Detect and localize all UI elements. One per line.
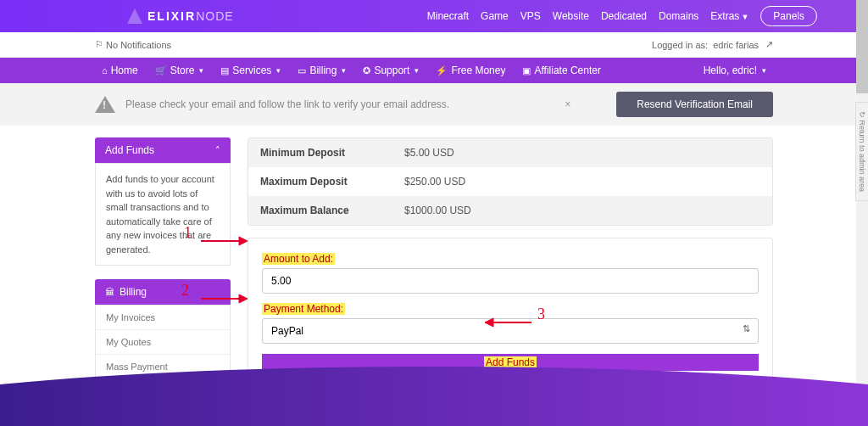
menu-bar: ⌂Home 🛒Store▾ ▤Services▾ ▭Billing▾ ✪Supp… bbox=[0, 58, 868, 83]
amount-input[interactable] bbox=[262, 268, 759, 294]
chevron-down-icon: ▾ bbox=[762, 66, 766, 75]
payment-method-label: Payment Method: bbox=[262, 303, 345, 315]
menu-home[interactable]: ⌂Home bbox=[95, 64, 145, 76]
billing-panel-header[interactable]: 🏛 Billing bbox=[95, 279, 231, 305]
flag-icon: ⚐ bbox=[95, 39, 103, 50]
flame-icon bbox=[127, 8, 142, 24]
money-icon: ⚡ bbox=[436, 65, 448, 76]
home-icon: ⌂ bbox=[102, 65, 108, 76]
cart-icon: 🛒 bbox=[155, 65, 167, 76]
logged-in-as-label: Logged in as: bbox=[652, 40, 708, 50]
topnav-website[interactable]: Website bbox=[553, 10, 589, 22]
topnav-vps[interactable]: VPS bbox=[520, 10, 541, 22]
return-to-admin-tab[interactable]: ↻ Return to admin area bbox=[855, 102, 868, 201]
affiliate-icon: ▣ bbox=[522, 65, 531, 76]
topnav-game[interactable]: Game bbox=[481, 10, 509, 22]
menu-billing[interactable]: ▭Billing▾ bbox=[291, 64, 353, 76]
addfunds-panel-body: Add funds to your account with us to avo… bbox=[95, 163, 231, 266]
min-deposit-value: $5.00 USD bbox=[392, 138, 772, 167]
alert-text: Please check your email and follow the l… bbox=[125, 98, 554, 110]
table-row: Minimum Deposit $5.00 USD bbox=[248, 138, 772, 167]
addfunds-panel-header[interactable]: Add Funds ˄ bbox=[95, 137, 231, 163]
chevron-down-icon: ▾ bbox=[276, 66, 281, 75]
brand[interactable]: ELIXIRNODE bbox=[127, 8, 234, 24]
addfunds-panel-title: Add Funds bbox=[105, 144, 154, 156]
svg-marker-3 bbox=[239, 294, 248, 303]
billing-panel-title: Billing bbox=[120, 286, 147, 298]
sidebar-item-my-invoices[interactable]: My Invoices bbox=[96, 305, 230, 330]
chevron-down-icon: ▾ bbox=[342, 66, 346, 75]
chevron-up-icon: ˄ bbox=[215, 145, 220, 156]
menu-hello-user[interactable]: Hello, edric!▾ bbox=[697, 64, 773, 76]
panels-button[interactable]: Panels bbox=[760, 6, 817, 26]
list-icon: ▤ bbox=[220, 65, 229, 76]
email-verify-alert: Please check your email and follow the l… bbox=[0, 83, 868, 126]
topnav-minecraft[interactable]: Minecraft bbox=[427, 10, 469, 22]
min-deposit-label: Minimum Deposit bbox=[248, 138, 392, 167]
amount-label: Amount to Add: bbox=[262, 253, 335, 265]
chevron-down-icon: ▾ bbox=[415, 66, 419, 75]
menu-support[interactable]: ✪Support▾ bbox=[356, 64, 426, 76]
notification-bar: ⚐ No Notifications Logged in as: edric f… bbox=[0, 32, 868, 58]
menu-store[interactable]: 🛒Store▾ bbox=[148, 64, 211, 76]
warning-icon bbox=[95, 96, 115, 113]
chevron-down-icon: ▼ bbox=[741, 13, 748, 21]
max-deposit-label: Maximum Deposit bbox=[248, 167, 392, 196]
table-row: Maximum Deposit $250.00 USD bbox=[248, 167, 772, 196]
topnav-extras[interactable]: Extras▼ bbox=[710, 10, 748, 22]
alert-close-button[interactable]: × bbox=[565, 98, 570, 110]
menu-freemoney[interactable]: ⚡Free Money bbox=[429, 64, 512, 76]
table-row: Maximum Balance $1000.00 USD bbox=[248, 196, 772, 225]
no-notifications: No Notifications bbox=[106, 40, 171, 50]
menu-affiliate[interactable]: ▣Affiliate Center bbox=[515, 64, 608, 76]
top-nav: Minecraft Game VPS Website Dedicated Dom… bbox=[427, 6, 817, 26]
brand-text-1: ELIXIR bbox=[147, 9, 196, 23]
svg-marker-1 bbox=[239, 237, 248, 245]
support-icon: ✪ bbox=[363, 65, 370, 76]
sidebar-item-my-quotes[interactable]: My Quotes bbox=[96, 330, 230, 355]
topnav-dedicated[interactable]: Dedicated bbox=[601, 10, 647, 22]
max-balance-label: Maximum Balance bbox=[248, 196, 392, 225]
card-icon: ▭ bbox=[298, 65, 306, 76]
chevron-down-icon: ▾ bbox=[199, 66, 203, 75]
max-balance-value: $1000.00 USD bbox=[392, 196, 772, 225]
payment-method-select[interactable] bbox=[262, 318, 759, 344]
resend-verification-button[interactable]: Resend Verification Email bbox=[616, 92, 773, 117]
footer-wave bbox=[0, 367, 868, 426]
logged-in-user[interactable]: edric farias bbox=[713, 40, 759, 50]
topnav-domains[interactable]: Domains bbox=[659, 10, 698, 22]
brand-text-2: NODE bbox=[196, 9, 233, 23]
max-deposit-value: $250.00 USD bbox=[392, 167, 772, 196]
external-link-icon[interactable]: ↗ bbox=[765, 39, 773, 50]
menu-services[interactable]: ▤Services▾ bbox=[214, 64, 287, 76]
deposit-info-table: Minimum Deposit $5.00 USD Maximum Deposi… bbox=[248, 137, 773, 226]
bank-icon: 🏛 bbox=[105, 287, 114, 297]
top-bar: ELIXIRNODE Minecraft Game VPS Website De… bbox=[0, 0, 868, 32]
